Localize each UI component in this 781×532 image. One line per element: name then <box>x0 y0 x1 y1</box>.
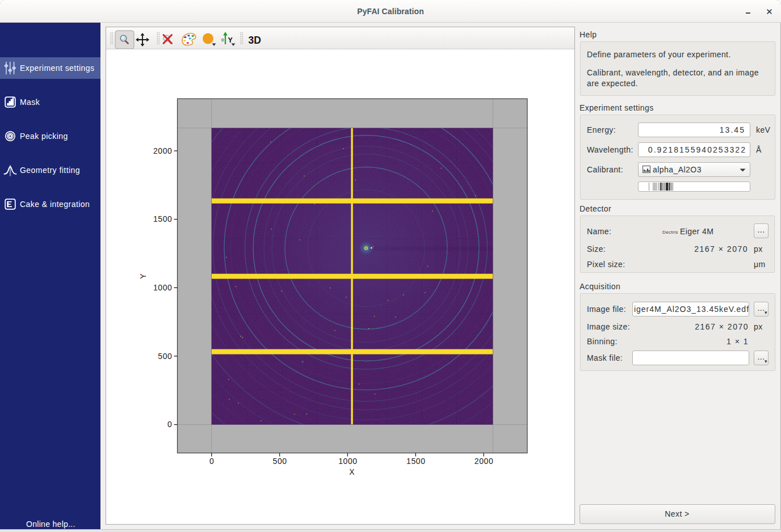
svg-text:0: 0 <box>221 37 224 43</box>
svg-text:X: X <box>349 467 355 476</box>
svg-text:0: 0 <box>167 420 172 429</box>
svg-text:1500: 1500 <box>153 214 173 223</box>
svg-text:1000: 1000 <box>338 457 358 466</box>
svg-text:1500: 1500 <box>406 457 426 466</box>
svg-text:500: 500 <box>273 457 287 466</box>
svg-text:0: 0 <box>209 457 214 466</box>
svg-text:2000: 2000 <box>153 146 173 155</box>
svg-text:1000: 1000 <box>153 283 173 292</box>
svg-text:Y: Y <box>138 273 148 279</box>
svg-text:500: 500 <box>158 352 172 361</box>
svg-text:Y: Y <box>228 36 233 44</box>
svg-text:3D: 3D <box>249 35 261 46</box>
svg-text:2000: 2000 <box>475 457 494 466</box>
